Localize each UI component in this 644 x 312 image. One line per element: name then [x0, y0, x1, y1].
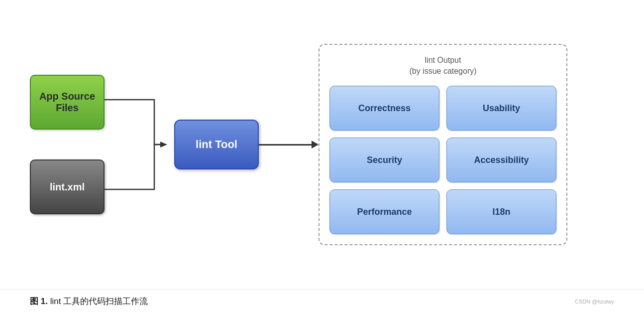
lint-output-container: lint Output (by issue category) Correctn…: [319, 44, 567, 246]
converging-arrows: [105, 72, 174, 217]
lint-xml-label: lint.xml: [50, 181, 85, 193]
output-item-performance: Performance: [329, 189, 439, 234]
left-boxes: App Source Files lint.xml: [30, 75, 105, 214]
lint-xml-box: lint.xml: [30, 159, 105, 214]
caption-area: 图 1. lint 工具的代码扫描工作流 CSDN @hzulwy: [0, 289, 644, 312]
i18n-label: I18n: [492, 207, 510, 217]
converging-arrows-svg: [105, 72, 174, 217]
output-item-i18n: I18n: [446, 189, 556, 234]
caption-prefix: 图 1.: [30, 297, 48, 306]
lint-tool-label: lint Tool: [196, 138, 237, 151]
lint-output-title: lint Output (by issue category): [329, 55, 556, 77]
output-item-security: Security: [329, 138, 439, 182]
arrow-head: [312, 141, 319, 149]
caption-body: lint 工具的代码扫描工作流: [48, 297, 148, 306]
correctness-label: Correctness: [358, 103, 411, 114]
lint-tool-box: lint Tool: [174, 120, 259, 169]
app-source-box: App Source Files: [30, 75, 105, 130]
output-item-correctness: Correctness: [329, 86, 439, 131]
app-source-label: App Source Files: [39, 91, 95, 114]
output-item-usability: Usability: [446, 86, 556, 131]
watermark: CSDN @hzulwy: [575, 299, 614, 305]
usability-label: Usability: [483, 103, 520, 114]
diagram-area: App Source Files lint.xml lint Tool: [0, 0, 644, 289]
main-container: App Source Files lint.xml lint Tool: [0, 0, 644, 312]
output-title-line1: lint Output: [425, 56, 461, 64]
security-label: Security: [367, 155, 402, 165]
arrow-right-container: [259, 141, 319, 149]
svg-marker-0: [160, 142, 167, 148]
output-grid: Correctness Usability Security Accessibi…: [329, 86, 556, 234]
accessibility-label: Accessibility: [474, 155, 529, 165]
caption-text: 图 1. lint 工具的代码扫描工作流: [30, 296, 148, 307]
output-title-line2: (by issue category): [409, 67, 476, 75]
arrow-line: [259, 144, 312, 146]
performance-label: Performance: [357, 207, 412, 217]
output-item-accessibility: Accessibility: [446, 138, 556, 182]
